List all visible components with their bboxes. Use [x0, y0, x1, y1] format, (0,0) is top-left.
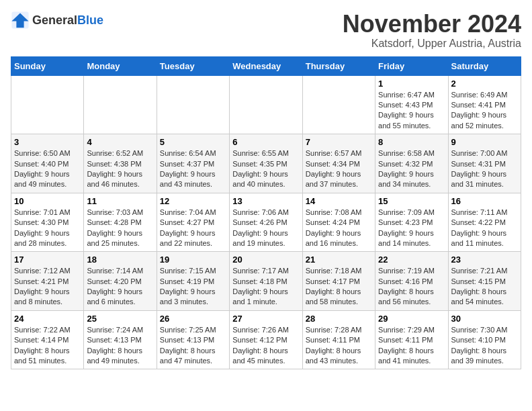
- day-number: 19: [160, 255, 226, 265]
- day-info: Sunrise: 7:24 AMSunset: 4:13 PMDaylight:…: [87, 326, 143, 365]
- day-number: 6: [232, 137, 299, 147]
- day-info: Sunrise: 7:12 AMSunset: 4:21 PMDaylight:…: [14, 267, 71, 306]
- day-info: Sunrise: 7:30 AMSunset: 4:10 PMDaylight:…: [451, 326, 508, 365]
- title-area: November 2024 Katsdorf, Upper Austria, A…: [343, 11, 521, 50]
- day-info: Sunrise: 7:11 AMSunset: 4:22 PMDaylight:…: [451, 208, 508, 247]
- calendar-cell: [84, 75, 157, 134]
- day-number: 12: [160, 196, 226, 206]
- day-number: 4: [87, 137, 153, 147]
- day-info: Sunrise: 7:01 AMSunset: 4:30 PMDaylight:…: [14, 208, 71, 247]
- day-info: Sunrise: 7:15 AMSunset: 4:19 PMDaylight:…: [160, 267, 216, 306]
- generalblue-logo-icon: [11, 11, 30, 30]
- day-number: 14: [306, 196, 372, 206]
- day-number: 23: [451, 255, 518, 265]
- days-of-week-row: SundayMondayTuesdayWednesdayThursdayFrid…: [11, 56, 521, 75]
- calendar-week-1: 1Sunrise: 6:47 AMSunset: 4:43 PMDaylight…: [11, 75, 521, 134]
- day-info: Sunrise: 7:26 AMSunset: 4:12 PMDaylight:…: [232, 326, 289, 365]
- day-number: 8: [378, 137, 445, 147]
- day-info: Sunrise: 6:57 AMSunset: 4:34 PMDaylight:…: [306, 149, 362, 188]
- day-info: Sunrise: 7:18 AMSunset: 4:17 PMDaylight:…: [306, 267, 362, 306]
- calendar-week-4: 17Sunrise: 7:12 AMSunset: 4:21 PMDayligh…: [11, 252, 521, 311]
- calendar-cell: 29Sunrise: 7:29 AMSunset: 4:11 PMDayligh…: [375, 310, 448, 369]
- day-info: Sunrise: 7:09 AMSunset: 4:23 PMDaylight:…: [378, 208, 435, 247]
- day-info: Sunrise: 7:06 AMSunset: 4:26 PMDaylight:…: [232, 208, 289, 247]
- day-number: 15: [378, 196, 445, 206]
- day-number: 28: [306, 314, 372, 324]
- calendar-cell: 5Sunrise: 6:54 AMSunset: 4:37 PMDaylight…: [157, 134, 229, 193]
- day-number: 24: [14, 314, 81, 324]
- calendar-cell: 9Sunrise: 7:00 AMSunset: 4:31 PMDaylight…: [448, 134, 521, 193]
- calendar-cell: 24Sunrise: 7:22 AMSunset: 4:14 PMDayligh…: [11, 310, 84, 369]
- day-number: 29: [378, 314, 445, 324]
- calendar-week-2: 3Sunrise: 6:50 AMSunset: 4:40 PMDaylight…: [11, 134, 521, 193]
- weekday-header-thursday: Thursday: [302, 56, 375, 75]
- day-number: 13: [232, 196, 299, 206]
- day-info: Sunrise: 6:52 AMSunset: 4:38 PMDaylight:…: [87, 149, 143, 188]
- calendar-cell: 4Sunrise: 6:52 AMSunset: 4:38 PMDaylight…: [84, 134, 157, 193]
- calendar-cell: 28Sunrise: 7:28 AMSunset: 4:11 PMDayligh…: [302, 310, 375, 369]
- calendar-cell: 12Sunrise: 7:04 AMSunset: 4:27 PMDayligh…: [157, 193, 229, 252]
- day-info: Sunrise: 7:25 AMSunset: 4:13 PMDaylight:…: [160, 326, 216, 365]
- day-number: 3: [14, 137, 81, 147]
- day-info: Sunrise: 7:22 AMSunset: 4:14 PMDaylight:…: [14, 326, 71, 365]
- calendar-cell: 14Sunrise: 7:08 AMSunset: 4:24 PMDayligh…: [302, 193, 375, 252]
- calendar-cell: 20Sunrise: 7:17 AMSunset: 4:18 PMDayligh…: [230, 252, 302, 311]
- day-number: 20: [232, 255, 299, 265]
- logo-general-text: General: [32, 13, 77, 27]
- day-info: Sunrise: 7:08 AMSunset: 4:24 PMDaylight:…: [306, 208, 362, 247]
- calendar-cell: [157, 75, 229, 134]
- logo-wordmark: GeneralBlue: [32, 13, 103, 28]
- calendar-cell: [11, 75, 84, 134]
- calendar-cell: 22Sunrise: 7:19 AMSunset: 4:16 PMDayligh…: [375, 252, 448, 311]
- day-number: 26: [160, 314, 226, 324]
- day-number: 7: [306, 137, 372, 147]
- calendar-cell: 11Sunrise: 7:03 AMSunset: 4:28 PMDayligh…: [84, 193, 157, 252]
- day-number: 5: [160, 137, 226, 147]
- calendar-cell: 26Sunrise: 7:25 AMSunset: 4:13 PMDayligh…: [157, 310, 229, 369]
- weekday-header-sunday: Sunday: [11, 56, 84, 75]
- day-number: 22: [378, 255, 445, 265]
- calendar-cell: 18Sunrise: 7:14 AMSunset: 4:20 PMDayligh…: [84, 252, 157, 311]
- calendar-cell: 21Sunrise: 7:18 AMSunset: 4:17 PMDayligh…: [302, 252, 375, 311]
- month-title: November 2024: [343, 11, 521, 38]
- calendar-cell: [230, 75, 302, 134]
- calendar-cell: 27Sunrise: 7:26 AMSunset: 4:12 PMDayligh…: [230, 310, 302, 369]
- weekday-header-wednesday: Wednesday: [230, 56, 302, 75]
- day-info: Sunrise: 7:14 AMSunset: 4:20 PMDaylight:…: [87, 267, 143, 306]
- day-info: Sunrise: 6:47 AMSunset: 4:43 PMDaylight:…: [378, 91, 435, 130]
- calendar-cell: 17Sunrise: 7:12 AMSunset: 4:21 PMDayligh…: [11, 252, 84, 311]
- day-number: 17: [14, 255, 81, 265]
- calendar-cell: 3Sunrise: 6:50 AMSunset: 4:40 PMDaylight…: [11, 134, 84, 193]
- day-info: Sunrise: 6:58 AMSunset: 4:32 PMDaylight:…: [378, 149, 435, 188]
- calendar-cell: 25Sunrise: 7:24 AMSunset: 4:13 PMDayligh…: [84, 310, 157, 369]
- day-number: 21: [306, 255, 372, 265]
- calendar-week-3: 10Sunrise: 7:01 AMSunset: 4:30 PMDayligh…: [11, 193, 521, 252]
- day-info: Sunrise: 6:50 AMSunset: 4:40 PMDaylight:…: [14, 149, 71, 188]
- calendar-table: SundayMondayTuesdayWednesdayThursdayFrid…: [11, 56, 521, 370]
- day-info: Sunrise: 7:21 AMSunset: 4:15 PMDaylight:…: [451, 267, 508, 306]
- day-number: 25: [87, 314, 153, 324]
- calendar-cell: 30Sunrise: 7:30 AMSunset: 4:10 PMDayligh…: [448, 310, 521, 369]
- day-number: 27: [232, 314, 299, 324]
- day-info: Sunrise: 7:00 AMSunset: 4:31 PMDaylight:…: [451, 149, 508, 188]
- weekday-header-friday: Friday: [375, 56, 448, 75]
- calendar-cell: 10Sunrise: 7:01 AMSunset: 4:30 PMDayligh…: [11, 193, 84, 252]
- day-number: 11: [87, 196, 153, 206]
- day-number: 2: [451, 79, 518, 89]
- location-subtitle: Katsdorf, Upper Austria, Austria: [343, 38, 521, 50]
- day-number: 9: [451, 137, 518, 147]
- calendar-week-5: 24Sunrise: 7:22 AMSunset: 4:14 PMDayligh…: [11, 310, 521, 369]
- calendar-cell: 16Sunrise: 7:11 AMSunset: 4:22 PMDayligh…: [448, 193, 521, 252]
- day-info: Sunrise: 7:19 AMSunset: 4:16 PMDaylight:…: [378, 267, 435, 306]
- calendar-cell: 13Sunrise: 7:06 AMSunset: 4:26 PMDayligh…: [230, 193, 302, 252]
- day-number: 18: [87, 255, 153, 265]
- calendar-cell: 8Sunrise: 6:58 AMSunset: 4:32 PMDaylight…: [375, 134, 448, 193]
- calendar-cell: 2Sunrise: 6:49 AMSunset: 4:41 PMDaylight…: [448, 75, 521, 134]
- logo: GeneralBlue: [11, 11, 103, 30]
- calendar-cell: [302, 75, 375, 134]
- calendar-cell: 19Sunrise: 7:15 AMSunset: 4:19 PMDayligh…: [157, 252, 229, 311]
- day-info: Sunrise: 7:29 AMSunset: 4:11 PMDaylight:…: [378, 326, 435, 365]
- day-number: 1: [378, 79, 445, 89]
- calendar-cell: 15Sunrise: 7:09 AMSunset: 4:23 PMDayligh…: [375, 193, 448, 252]
- calendar-cell: 7Sunrise: 6:57 AMSunset: 4:34 PMDaylight…: [302, 134, 375, 193]
